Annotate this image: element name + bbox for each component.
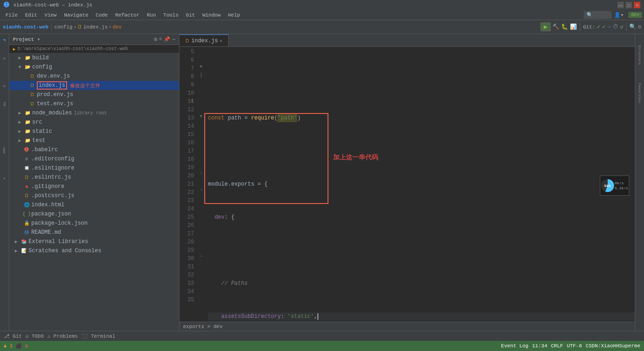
refresh-icon[interactable]: ↺ — [620, 23, 623, 30]
maximize-button[interactable]: □ — [626, 2, 632, 8]
project-root-icon: ▶ — [13, 46, 16, 52]
code-content[interactable]: 加上这一串代码 const path = require('path') mod… — [204, 47, 635, 322]
menu-help[interactable]: Help — [224, 11, 244, 19]
fold-btn-22[interactable]: └ — [198, 188, 204, 197]
user-icon[interactable]: 👤▾ — [614, 12, 624, 18]
fold-btn-7[interactable]: ▼ — [198, 64, 204, 73]
todo-button[interactable]: ☑ TODO — [25, 333, 44, 339]
sidebar-item-babelrc[interactable]: 🅑 .babelrc — [9, 145, 179, 154]
git-panel-icon[interactable]: G — [0, 82, 9, 90]
pull-requests-icon[interactable]: PR — [0, 100, 9, 108]
sidebar-item-gitignore[interactable]: 🔺 .gitignore — [9, 182, 179, 191]
structure-icon[interactable]: S — [0, 54, 9, 62]
warning-badge[interactable]: ▲ 1 — [4, 343, 13, 349]
build-icon[interactable]: 🔨 — [552, 23, 559, 30]
sidebar-item-src[interactable]: ▶ 📁 src — [9, 118, 179, 127]
git-button[interactable]: ⎇ Git — [4, 333, 22, 339]
sidebar-item-node-modules[interactable]: ▶ 📁 node_modules library root — [9, 108, 179, 118]
search-bar[interactable]: 🔍 — [584, 11, 611, 19]
menu-git[interactable]: Git — [182, 11, 199, 19]
breadcrumb-file[interactable]: 🗋 — [77, 24, 82, 30]
code-editor[interactable]: 5 6 7 8 9 10 11 12 13 14 15 16 17 18 19 … — [179, 47, 635, 322]
clock-icon[interactable]: ⏱ — [613, 23, 618, 30]
pin-icon[interactable]: 📌 — [164, 36, 170, 42]
sidebar-item-label: test — [32, 137, 46, 144]
npm-icon[interactable]: npm — [0, 146, 9, 154]
menu-code[interactable]: Code — [92, 11, 111, 19]
menu-refactor[interactable]: Refactor — [111, 11, 143, 19]
spacer — [17, 147, 22, 153]
warning-gutter-icon: ⚠ — [190, 97, 193, 103]
sidebar-item-eslintrc-js[interactable]: 🗋 .eslintrc.js — [9, 173, 179, 182]
sidebar-item-label: .eslintrc.js — [31, 174, 71, 181]
event-log-button[interactable]: Event Log — [501, 343, 528, 349]
sidebar-item-config[interactable]: ▼ 📂 config — [9, 62, 179, 72]
sidebar-item-package-json[interactable]: { } package.json — [9, 209, 179, 219]
expand-icon: ▶ — [13, 238, 19, 245]
tab-index-js[interactable]: 🗋 index.js ✕ — [179, 34, 229, 46]
fold-btn-30[interactable]: └ — [198, 255, 204, 263]
folder-icon: 📁 — [24, 119, 31, 125]
sidebar-item-editorconfig[interactable]: ⚙ .editorconfig — [9, 154, 179, 164]
charset-status[interactable]: UTF-8 — [567, 343, 582, 349]
close-button[interactable]: ✕ — [634, 2, 640, 8]
fold-btn-20[interactable]: └ — [198, 172, 204, 180]
project-label: xiaohh-cost-web — [3, 24, 48, 30]
sidebar-item-eslintignore[interactable]: 🔲 .eslintignore — [9, 164, 179, 173]
breadcrumb-indexjs[interactable]: index.js — [83, 24, 108, 30]
menu-view[interactable]: View — [41, 11, 60, 19]
favorites-tab[interactable]: Favorites — [638, 83, 642, 103]
sidebar-item-test-env-js[interactable]: 🗋 test.env.js — [9, 99, 179, 108]
error-badge[interactable]: ⬛ 6 — [16, 343, 28, 349]
sidebar-item-prod-env-js[interactable]: 🗋 prod.env.js — [9, 90, 179, 99]
sidebar-item-dev-env-js[interactable]: 🗋 dev.env.js — [9, 72, 179, 81]
settings-icon[interactable]: ⚙ — [638, 23, 641, 30]
menu-file[interactable]: File — [2, 11, 21, 19]
debug-icon[interactable]: 🐛 — [561, 23, 568, 30]
sidebar-item-scratches[interactable]: ▶ 📝 Scratches and Consoles — [9, 246, 179, 255]
git-check1[interactable]: ✓ — [597, 23, 600, 30]
fold-btn-13[interactable]: ▼ — [198, 114, 204, 122]
menu-run[interactable]: Run — [143, 11, 160, 19]
settings-icon2[interactable]: ≡ — [159, 36, 162, 42]
breadcrumb-dev[interactable]: dev — [113, 24, 122, 30]
postcss-icon: 🗋 — [23, 192, 30, 199]
git-check2[interactable]: ✓ — [602, 23, 605, 30]
sidebar-item-package-lock-json[interactable]: 🔒 package-lock.json — [9, 219, 179, 228]
menu-window[interactable]: Window — [199, 11, 224, 19]
sidebar-item-test[interactable]: ▶ 📁 test — [9, 136, 179, 145]
structure-tab[interactable]: Structure — [638, 45, 642, 65]
search-icon[interactable]: 🔍 — [629, 23, 636, 30]
expand-icon: ▶ — [17, 128, 23, 135]
js-file-icon: 🗋 — [29, 101, 35, 107]
sidebar-item-label: dev.env.js — [37, 73, 70, 79]
code-line-6 — [208, 147, 635, 155]
branch-badge[interactable]: dev — [628, 12, 642, 18]
project-panel-icon[interactable]: P — [0, 36, 9, 44]
spacer — [22, 91, 28, 98]
sidebar-item-external-libs[interactable]: ▶ 📚 External Libraries — [9, 237, 179, 246]
sidebar-item-readme[interactable]: Ⓜ README.md — [9, 228, 179, 237]
encoding-status[interactable]: CRLF — [551, 343, 563, 349]
sidebar-item-static[interactable]: ▶ 📁 static — [9, 127, 179, 136]
spacer — [17, 202, 22, 208]
spacer — [17, 229, 22, 236]
favorites-icon[interactable]: ★ — [0, 174, 9, 182]
sidebar-item-index-html[interactable]: 🌐 index.html — [9, 200, 179, 209]
problems-button[interactable]: ⚠ Problems — [47, 333, 78, 339]
run-button[interactable]: ▶ — [540, 23, 551, 31]
breadcrumb-config[interactable]: config — [54, 24, 73, 30]
collapse-all-icon[interactable]: ⊞ — [154, 36, 157, 42]
terminal-button[interactable]: ⬛ Terminal — [81, 333, 115, 339]
sidebar-item-index-js[interactable]: 🗋 index.js 修改这个文件 — [9, 81, 179, 90]
git-push[interactable]: → — [607, 24, 610, 30]
minimize-button[interactable]: — — [617, 2, 624, 8]
coverage-icon[interactable]: 📊 — [570, 23, 577, 30]
minimize-panel-icon[interactable]: — — [172, 36, 175, 42]
menu-navigate[interactable]: Navigate — [60, 11, 92, 19]
menu-edit[interactable]: Edit — [21, 11, 40, 19]
tab-close-icon[interactable]: ✕ — [220, 38, 223, 44]
menu-tools[interactable]: Tools — [160, 11, 182, 19]
sidebar-item-postcssrc-js[interactable]: 🗋 .postcssrc.js — [9, 191, 179, 200]
sidebar-item-build[interactable]: ▶ 📁 build — [9, 53, 179, 62]
